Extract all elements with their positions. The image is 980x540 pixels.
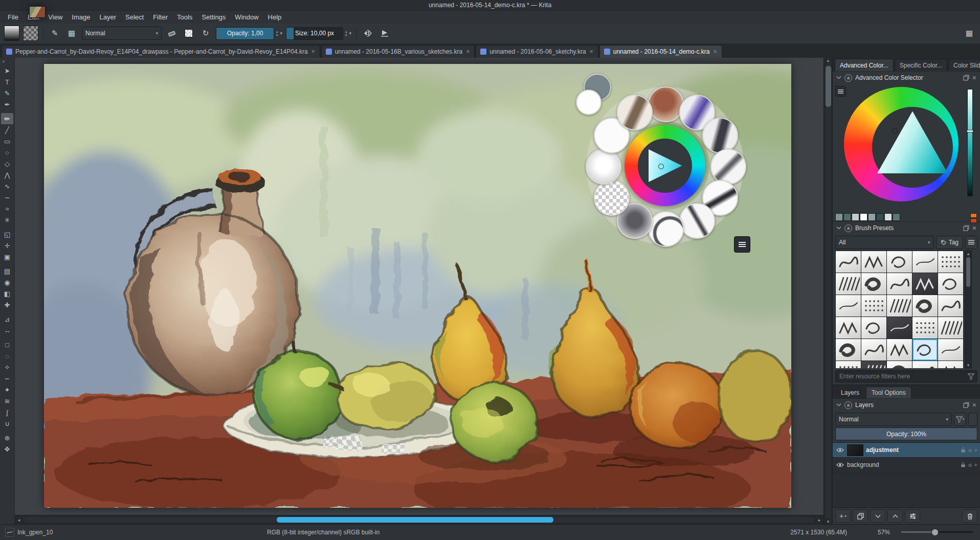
document-tab[interactable]: Pepper-and-Carrot_by-David-Revoy_E14P04_… (2, 45, 320, 58)
mirror-horizontal-button[interactable] (361, 27, 374, 40)
size-spinner[interactable]: ▴▾ (345, 30, 347, 37)
menu-item-image[interactable]: Image (67, 12, 95, 22)
brush-preset-thumbnail[interactable] (938, 317, 963, 339)
tool-polygon-icon[interactable]: ◇ (1, 158, 13, 169)
layer-lock-icon[interactable] (961, 447, 966, 453)
brush-preset-thumbnail[interactable] (912, 251, 938, 273)
resource-filter-box[interactable] (835, 370, 977, 382)
tab-close-icon[interactable]: × (465, 48, 470, 55)
advanced-color-selector[interactable] (833, 84, 980, 213)
wrap-around-button[interactable] (378, 27, 391, 40)
scroll-right-icon[interactable]: ▸ (815, 518, 823, 523)
menu-item-help[interactable]: Help (263, 12, 286, 22)
document-tab[interactable]: unnamed - 2016-05-16B_various_sketches.k… (321, 45, 475, 58)
brush-preset-thumbnail[interactable] (836, 273, 861, 295)
value-slider[interactable] (967, 89, 973, 196)
brush-preset-thumbnail[interactable] (887, 273, 912, 295)
brush-preset-thumbnail[interactable] (912, 295, 938, 317)
palette-preset-pen-curve-icon[interactable] (648, 211, 684, 247)
brush-preset-thumbnail[interactable] (861, 273, 886, 295)
palette-preset-bristle-red-icon[interactable] (648, 86, 684, 122)
float-docker-icon[interactable] (963, 225, 969, 231)
popup-palette[interactable] (578, 79, 752, 253)
scroll-left-icon[interactable]: ◂ (15, 518, 23, 523)
layer-alpha-icon[interactable]: α (968, 447, 971, 453)
preset-scroll-thumb[interactable] (966, 257, 970, 287)
horizontal-scroll-thumb[interactable] (277, 517, 553, 523)
color-history-swatch[interactable] (868, 213, 876, 221)
brush-preset-thumbnail[interactable] (938, 339, 963, 361)
brush-preset-thumbnail[interactable] (836, 251, 861, 273)
brush-preset-thumbnail[interactable] (861, 295, 886, 317)
docker-tab-advanced-color-[interactable]: Advanced Color... (835, 59, 894, 71)
tool-freehand-selection-icon[interactable]: ∽ (1, 373, 13, 384)
palette-recent-color-2[interactable] (576, 89, 602, 115)
tool-transform-icon[interactable]: ◱ (1, 229, 13, 240)
float-docker-icon[interactable] (963, 402, 969, 408)
layer-color-label-button[interactable] (968, 413, 977, 426)
color-history-swatch[interactable] (843, 213, 851, 221)
palette-preset-pen-stroke-icon[interactable] (710, 149, 746, 185)
tool-fill-icon[interactable]: ◧ (1, 288, 13, 299)
color-history-swatch[interactable] (970, 218, 977, 223)
chevron-down-icon[interactable] (836, 227, 841, 230)
tool-pan-icon[interactable]: ✥ (1, 443, 13, 455)
brush-preset-thumbnail[interactable] (887, 361, 912, 368)
layer-lock-icon[interactable] (961, 462, 966, 468)
menu-item-filter[interactable]: Filter (148, 12, 172, 22)
opacity-spinner[interactable]: ▴▾ (276, 30, 278, 37)
brush-preset-thumbnail[interactable] (912, 361, 938, 368)
docker-tab-color-slid-[interactable]: Color Slid... (948, 59, 980, 71)
close-docker-icon[interactable]: × (972, 224, 976, 232)
tab-close-icon[interactable]: × (589, 48, 594, 55)
brush-preset-thumbnail[interactable] (861, 251, 886, 273)
horizontal-scroll-track[interactable] (24, 517, 814, 523)
size-slider[interactable]: Size: 10,00 px (286, 27, 343, 40)
palette-settings-button[interactable] (734, 236, 750, 253)
hue-wheel[interactable] (844, 87, 959, 201)
tool-move-icon[interactable]: ✛ (1, 240, 13, 251)
tool-magnetic-selection-icon[interactable]: ∪ (1, 418, 13, 429)
vertical-scrollbar[interactable]: ▴ ▾ (823, 58, 832, 524)
brush-preset-thumbnail[interactable] (938, 273, 963, 295)
edit-brush-settings-button[interactable]: ✎ (48, 27, 61, 40)
layer-blending-mode-combo[interactable]: Normal ▾ (835, 413, 952, 426)
color-history-swatch[interactable] (852, 213, 859, 221)
tool-freehand-brush-icon[interactable]: ✏ (1, 113, 13, 124)
menu-item-select[interactable]: Select (121, 12, 148, 22)
tag-button[interactable]: Tag (936, 236, 963, 249)
preset-grid-scrollbar[interactable]: ▴ ▾ (965, 251, 972, 368)
brush-preset-thumbnail[interactable] (912, 273, 938, 295)
toolbox-close-icon[interactable]: × (0, 58, 5, 65)
brush-preset-thumbnail[interactable] (938, 251, 963, 273)
canvas-view[interactable] (15, 58, 823, 515)
brush-preset-thumbnail[interactable] (887, 339, 912, 361)
tool-bezier-curve-icon[interactable]: ∿ (1, 181, 13, 192)
scroll-up-icon[interactable]: ▴ (966, 251, 971, 256)
close-docker-icon[interactable]: × (972, 401, 976, 409)
tool-rectangle-icon[interactable]: ▭ (1, 136, 13, 147)
tool-zoom-icon[interactable]: ⊕ (1, 432, 13, 443)
value-slider-handle[interactable] (967, 130, 973, 132)
layer-opacity-slider[interactable]: Opacity: 100% (835, 428, 977, 440)
palette-preset-eraser-checker-icon[interactable] (594, 180, 630, 216)
scroll-up-icon[interactable]: ▴ (824, 58, 832, 63)
tool-bezier-selection-icon[interactable]: ʃ (1, 407, 13, 418)
workspace-chooser-button[interactable]: ▦ (963, 27, 976, 40)
resource-filter-input[interactable] (838, 372, 966, 380)
brush-preset-thumbnail[interactable] (836, 317, 861, 339)
palette-preset-ink-fine-icon[interactable] (679, 203, 715, 239)
tool-rectangular-selection-icon[interactable]: □ (1, 339, 13, 350)
color-history-swatch[interactable] (860, 213, 867, 221)
palette-preset-marker-dark-icon[interactable] (702, 118, 738, 153)
color-history-swatch[interactable] (884, 213, 892, 221)
preserve-alpha-button[interactable] (182, 27, 195, 40)
brush-preset-thumbnail[interactable] (861, 317, 886, 339)
move-layer-up-button[interactable] (887, 509, 903, 523)
tool-ellipse-icon[interactable]: ○ (1, 147, 13, 158)
tool-measure-icon[interactable]: ↔ (1, 325, 13, 336)
brush-preset-thumbnail[interactable] (912, 339, 938, 361)
brush-preset-thumbnail[interactable] (887, 295, 912, 317)
preset-filter-combo[interactable]: All ▾ (835, 236, 934, 249)
tool-multibrush-icon[interactable]: ✳ (1, 214, 13, 226)
